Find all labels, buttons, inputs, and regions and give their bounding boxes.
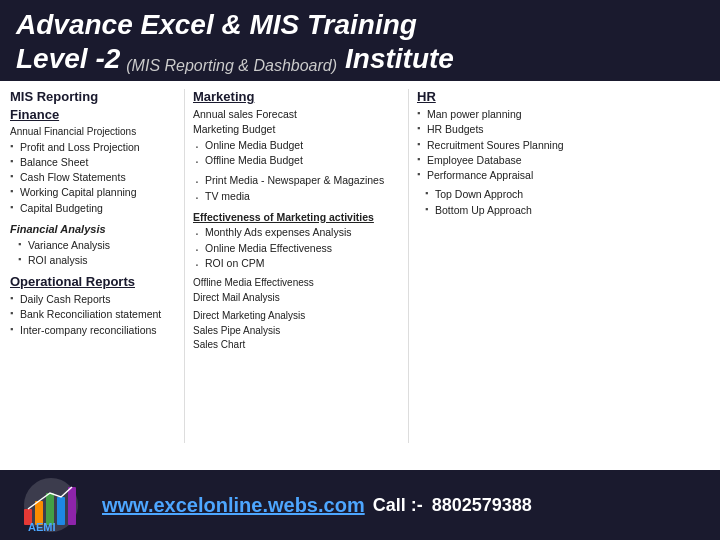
annual-label: Annual Financial Projections <box>10 125 180 140</box>
eff-bullet-3: ROI on CPM <box>193 256 404 272</box>
header-institute: Institute <box>345 42 454 76</box>
annual-sales-label: Annual sales Forecast <box>193 107 404 122</box>
hr-bullet-2: HR Budgets <box>417 122 608 137</box>
direct-marketing-label: Direct Marketing Analysis <box>193 309 404 324</box>
finance-bullet-1: Profit and Loss Projection <box>10 140 180 155</box>
footer: AEMI www.excelonline.webs.com Call :- 88… <box>0 470 720 540</box>
svg-rect-5 <box>68 487 76 525</box>
eff-bullet-1: Monthly Ads expenses Analysis <box>193 225 404 241</box>
print-media-label: Print Media - Newspaper & Magazines <box>193 173 404 189</box>
finance-heading: Finance <box>10 107 180 122</box>
op-bullet-3: Inter-company reconciliations <box>10 323 180 338</box>
footer-url[interactable]: www.excelonline.webs.com <box>102 494 365 517</box>
finance-column: MIS Reporting Finance Annual Financial P… <box>10 89 180 443</box>
hr-bullet-1: Man power planning <box>417 107 608 122</box>
op-bullet-2: Bank Reconciliation statement <box>10 307 180 322</box>
tv-media-label: TV media <box>193 189 404 205</box>
phone-number: 8802579388 <box>432 495 532 515</box>
eff-bullet-2: Online Media Effectiveness <box>193 241 404 257</box>
footer-text: www.excelonline.webs.com Call :- 8802579… <box>102 494 532 517</box>
hr-bullet-3: Recruitment Soures Planning <box>417 138 608 153</box>
perf-bullet-2: Bottom Up Approach <box>417 203 608 218</box>
header-mis-sub: (MIS Reporting & Dashboard) <box>126 56 337 75</box>
perf-bullet-1: Top Down Approch <box>417 187 608 202</box>
finance-bullet-2: Balance Sheet <box>10 155 180 170</box>
operational-reports-label: Operational Reports <box>10 274 180 289</box>
marketing-column: Marketing Annual sales Forecast Marketin… <box>184 89 404 443</box>
mkt-bullet-2: Offline Media Budget <box>193 153 404 169</box>
footer-call: Call :- 8802579388 <box>373 495 532 516</box>
svg-text:AEMI: AEMI <box>28 521 56 533</box>
header: Advance Excel & MIS Training Level -2 (M… <box>0 0 720 81</box>
marketing-budget-label: Marketing Budget <box>193 122 404 137</box>
header-level: Level -2 <box>16 42 120 76</box>
op-bullet-1: Daily Cash Reports <box>10 292 180 307</box>
mkt-bullet-1: Online Media Budget <box>193 138 404 154</box>
sales-chart-label: Sales Chart <box>193 338 404 353</box>
finance-bullet-4: Working Capital planning <box>10 185 180 200</box>
sales-pipe-label: Sales Pipe Analysis <box>193 324 404 339</box>
mis-reporting-label: MIS Reporting <box>10 89 180 104</box>
main-content: MIS Reporting Finance Annual Financial P… <box>0 81 720 451</box>
finance-bullet-5: Capital Budgeting <box>10 201 180 216</box>
financial-analysis-label: Financial Analysis <box>10 222 180 238</box>
svg-rect-4 <box>57 497 65 525</box>
header-title: Advance Excel & MIS Training <box>16 8 704 42</box>
fa-bullet-1: Variance Analysis <box>10 238 180 253</box>
hr-heading: HR <box>417 89 608 104</box>
footer-logo: AEMI <box>16 477 86 533</box>
hr-column: HR Man power planning HR Budgets Recruit… <box>408 89 608 443</box>
effectiveness-heading: Effectiveness of Marketing activities <box>193 210 404 225</box>
fa-bullet-2: ROI analysis <box>10 253 180 268</box>
call-label: Call :- <box>373 495 423 515</box>
offline-eff-label: Offline Media Effectiveness <box>193 276 404 291</box>
hr-bullet-5: Performance Appraisal <box>417 168 608 183</box>
hr-bullet-4: Employee Database <box>417 153 608 168</box>
finance-bullet-3: Cash Flow Statements <box>10 170 180 185</box>
footer-url-row: www.excelonline.webs.com Call :- 8802579… <box>102 494 532 517</box>
direct-mail-label: Direct Mail Analysis <box>193 291 404 306</box>
marketing-heading: Marketing <box>193 89 404 104</box>
